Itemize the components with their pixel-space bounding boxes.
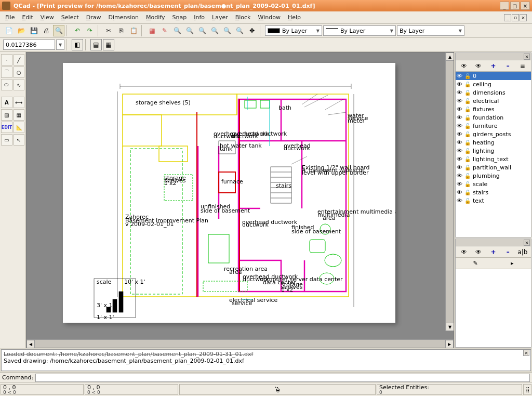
lock-icon[interactable]: 🔓 <box>464 148 471 154</box>
blocks-edit-icon[interactable]: ✎ <box>473 260 478 267</box>
save-icon[interactable]: 💾 <box>28 25 39 36</box>
blocks-rename-icon[interactable]: a|b <box>517 247 528 257</box>
zoom-pan-icon[interactable]: ✥ <box>246 25 258 36</box>
eye-icon[interactable]: 👁 <box>457 73 462 80</box>
tool-dimension-icon[interactable]: ⟷ <box>14 97 25 108</box>
menu-modify[interactable]: Modify <box>146 14 165 21</box>
layer-row[interactable]: 👁🔓lighting <box>456 147 531 155</box>
blocks-showall-icon[interactable]: 👁 <box>458 247 470 257</box>
eye-icon[interactable]: 👁 <box>457 189 462 196</box>
layers-list[interactable]: 👁🔓0👁🔓ceiling👁🔓dimensions👁🔓electrical👁🔓fi… <box>456 72 531 237</box>
blocks-remove-icon[interactable]: – <box>502 247 514 257</box>
layers-hideall-icon[interactable]: 👁 <box>473 61 484 71</box>
copy-icon[interactable]: ⎘ <box>115 25 127 36</box>
lock-icon[interactable]: 🔓 <box>464 90 471 96</box>
menu-window[interactable]: Window <box>258 14 281 21</box>
lock-icon[interactable]: 🔓 <box>464 181 471 187</box>
tool-line-icon[interactable]: ╱ <box>14 54 25 65</box>
tool-hatch-icon[interactable]: ▨ <box>1 109 12 121</box>
mdi-close-button[interactable]: × <box>520 14 527 21</box>
bw-toggle-icon[interactable]: ◧ <box>72 39 83 50</box>
layer-row[interactable]: 👁🔓0 <box>456 72 531 80</box>
menu-draw[interactable]: Draw <box>86 14 101 21</box>
menu-block[interactable]: Block <box>235 14 251 21</box>
layer-row[interactable]: 👁🔓foundation <box>456 113 531 122</box>
layers-remove-icon[interactable]: – <box>502 61 514 71</box>
lock-icon[interactable]: 🔓 <box>464 82 471 87</box>
layers-add-icon[interactable]: + <box>487 61 499 71</box>
layer-row[interactable]: 👁🔓partition_wall <box>456 163 531 171</box>
lineweight-combo[interactable]: By Layer ▼ <box>397 25 464 36</box>
eye-icon[interactable]: 👁 <box>457 197 462 204</box>
print-icon[interactable]: 🖨 <box>41 25 52 36</box>
scroll-right-icon[interactable]: ▶ <box>445 340 454 348</box>
menu-edit[interactable]: Edit <box>22 14 33 21</box>
menu-info[interactable]: Info <box>194 14 205 21</box>
lock-icon[interactable]: 🔓 <box>464 190 471 195</box>
tool-edit-icon[interactable]: EDIT <box>1 122 12 133</box>
eye-icon[interactable]: 👁 <box>457 131 462 138</box>
tool-spline-icon[interactable]: ∿ <box>14 79 25 90</box>
layer-row[interactable]: 👁🔓scale <box>456 180 531 188</box>
layers-edit-icon[interactable]: ≡ <box>517 61 528 71</box>
eye-icon[interactable]: 👁 <box>457 89 462 96</box>
eye-icon[interactable]: 👁 <box>457 173 462 179</box>
canvas-viewport[interactable]: furnace ZahorecBasement Improvement Plan… <box>26 52 454 348</box>
linetype-combo[interactable]: By Layer ▼ <box>323 25 396 36</box>
tool-ellipse-icon[interactable]: ⬭ <box>1 79 12 90</box>
color-combo[interactable]: By Layer ▼ <box>265 25 322 36</box>
print-preview-icon[interactable]: 🔍 <box>53 25 64 36</box>
blocks-insert-icon[interactable]: ▸ <box>511 260 514 267</box>
layer-row[interactable]: 👁🔓stairs <box>456 188 531 196</box>
eye-icon[interactable]: 👁 <box>457 106 462 113</box>
mdi-restore-button[interactable]: ▫ <box>512 14 519 21</box>
scale-input[interactable] <box>3 39 55 50</box>
zoom-window-icon[interactable]: 🔍 <box>234 25 245 36</box>
tool-image-icon[interactable]: ▦ <box>14 109 25 121</box>
tool-measure-icon[interactable]: 📐 <box>14 122 24 133</box>
open-icon[interactable]: 📂 <box>16 25 27 36</box>
menu-dimension[interactable]: Dimension <box>109 14 139 21</box>
scroll-down-icon[interactable]: ▼ <box>446 323 454 331</box>
fit-page-icon[interactable]: ▦ <box>103 39 114 50</box>
lock-icon[interactable]: 🔓 <box>464 198 471 204</box>
vertical-scrollbar[interactable]: ▲ ▼ <box>445 52 454 331</box>
menu-file[interactable]: File <box>5 14 15 21</box>
eye-icon[interactable]: 👁 <box>457 181 462 188</box>
tool-point-icon[interactable]: · <box>1 54 12 65</box>
console-close-icon[interactable]: × <box>523 350 529 356</box>
eye-icon[interactable]: 👁 <box>457 164 462 171</box>
layer-row[interactable]: 👁🔓dimensions <box>456 88 531 97</box>
grid-icon[interactable]: ▦ <box>147 25 158 36</box>
layer-row[interactable]: 👁🔓furniture <box>456 122 531 130</box>
lock-icon[interactable]: 🔓 <box>464 173 471 179</box>
mdi-minimize-button[interactable]: _ <box>504 14 511 21</box>
maximize-button[interactable]: ▢ <box>510 2 520 10</box>
lock-icon[interactable]: 🔓 <box>464 98 471 104</box>
draft-icon[interactable]: ✎ <box>159 25 170 36</box>
status-grip[interactable]: ⣿ <box>523 384 531 395</box>
menu-help[interactable]: Help <box>288 14 301 21</box>
blocks-list[interactable] <box>456 269 531 347</box>
zoom-prev-icon[interactable]: 🔍 <box>221 25 233 36</box>
tool-text-icon[interactable]: A <box>1 97 12 108</box>
blocks-close-icon[interactable]: × <box>524 240 530 246</box>
lock-icon[interactable]: 🔓 <box>464 107 471 112</box>
tool-arc-icon[interactable]: ⌒ <box>1 67 12 78</box>
layer-row[interactable]: 👁🔓ceiling <box>456 80 531 88</box>
layer-row[interactable]: 👁🔓electrical <box>456 97 531 105</box>
scale-dropdown[interactable]: ▼ <box>56 39 64 50</box>
zoom-redraw-icon[interactable]: 🔍 <box>171 25 183 36</box>
zoom-out-icon[interactable]: 🔍 <box>196 25 208 36</box>
lock-icon[interactable]: 🔓 <box>464 131 471 137</box>
blocks-add-icon[interactable]: + <box>487 247 499 257</box>
tool-circle-icon[interactable]: ○ <box>14 67 25 78</box>
tool-block-icon[interactable]: ▭ <box>1 134 12 146</box>
lock-icon[interactable]: 🔓 <box>464 123 471 129</box>
eye-icon[interactable]: 👁 <box>457 139 462 146</box>
layer-row[interactable]: 👁🔓lighting_text <box>456 155 531 163</box>
scroll-up-icon[interactable]: ▲ <box>446 52 454 61</box>
layer-row[interactable]: 👁🔓plumbing <box>456 171 531 180</box>
cut-icon[interactable]: ✂ <box>103 25 114 36</box>
eye-icon[interactable]: 👁 <box>457 98 462 104</box>
